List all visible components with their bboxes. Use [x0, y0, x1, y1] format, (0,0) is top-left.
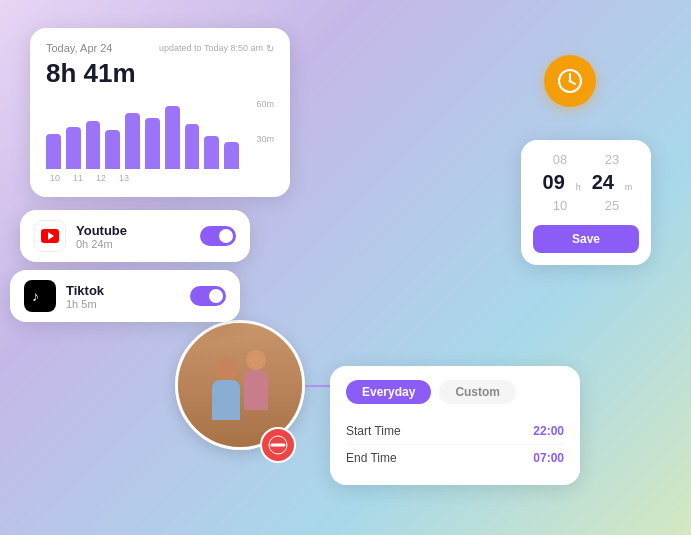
save-button[interactable]: Save: [533, 225, 639, 253]
hours-above: 08: [546, 152, 574, 167]
chart-bar: [145, 118, 160, 169]
minutes-below: 25: [598, 198, 626, 213]
youtube-app-name: Youtube: [76, 223, 190, 238]
timepicker-card: 08 23 09 h 24 m 10 25 Save: [521, 140, 651, 265]
clock-badge: [544, 55, 596, 107]
minute-label: m: [625, 182, 633, 192]
stats-card: Today, Apr 24 updated to Today 8:50 am ↻…: [30, 28, 290, 197]
chart-bar: [46, 134, 61, 169]
chart-bar: [125, 113, 140, 169]
chart-bar: [224, 142, 239, 169]
svg-text:♪: ♪: [32, 288, 39, 304]
time-row-above: 08 23: [533, 152, 639, 167]
tiktok-app-name: Tiktok: [66, 283, 180, 298]
chart-bar: [185, 124, 200, 170]
chart-y-axis: 60m 30m: [256, 99, 274, 169]
hours-active: 09: [540, 171, 568, 194]
tiktok-app-icon: ♪: [24, 280, 56, 312]
tiktok-app-info: Tiktok 1h 5m: [66, 283, 180, 310]
minutes-active: 24: [589, 171, 617, 194]
hours-below: 10: [546, 198, 574, 213]
stats-total-time: 8h 41m: [46, 58, 274, 89]
svg-point-6: [569, 80, 572, 83]
no-entry-badge: [260, 427, 296, 463]
tab-everyday[interactable]: Everyday: [346, 380, 431, 404]
chart-bar: [165, 106, 180, 169]
chart-x-axis: 10 11 12 13: [46, 173, 274, 183]
youtube-app-time: 0h 24m: [76, 238, 190, 250]
chart-bar: [105, 130, 120, 169]
stats-updated: updated to Today 8:50 am ↻: [159, 43, 274, 54]
minutes-above: 23: [598, 152, 626, 167]
tiktok-card: ♪ Tiktok 1h 5m: [10, 270, 240, 322]
youtube-app-icon: [34, 220, 66, 252]
chart-bar: [66, 127, 81, 169]
tiktok-app-time: 1h 5m: [66, 298, 180, 310]
hour-label: h: [576, 182, 581, 192]
schedule-card: Everyday Custom Start Time 22:00 End Tim…: [330, 366, 580, 485]
chart-bar: [204, 136, 219, 169]
tiktok-toggle[interactable]: [190, 286, 226, 306]
stats-date: Today, Apr 24: [46, 42, 112, 54]
tab-custom[interactable]: Custom: [439, 380, 516, 404]
end-time-label: End Time: [346, 451, 397, 465]
youtube-card: Youtube 0h 24m: [20, 210, 250, 262]
time-row-active: 09 h 24 m: [533, 171, 639, 194]
chart-bar: [86, 121, 101, 169]
usage-chart: 60m 30m: [46, 99, 274, 169]
end-time-row: End Time 07:00: [346, 445, 564, 471]
start-time-label: Start Time: [346, 424, 401, 438]
start-time-row: Start Time 22:00: [346, 418, 564, 445]
schedule-tabs: Everyday Custom: [346, 380, 564, 404]
youtube-toggle[interactable]: [200, 226, 236, 246]
youtube-app-info: Youtube 0h 24m: [76, 223, 190, 250]
time-row-below: 10 25: [533, 198, 639, 213]
start-time-value: 22:00: [533, 424, 564, 438]
end-time-value: 07:00: [533, 451, 564, 465]
